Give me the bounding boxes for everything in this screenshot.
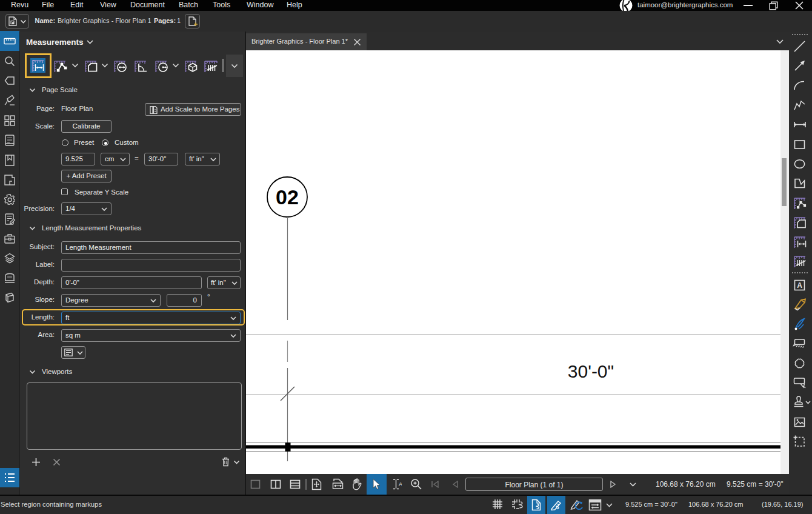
svg-text:02: 02 <box>276 185 299 209</box>
svg-text:A: A <box>797 281 802 290</box>
svg-text:30'-0": 30'-0" <box>568 361 614 381</box>
svg-text:A: A <box>399 481 402 487</box>
